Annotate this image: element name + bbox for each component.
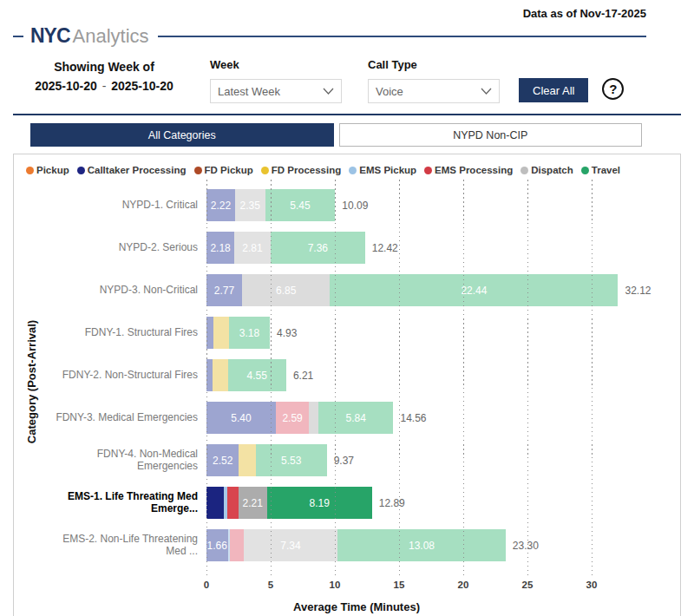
legend-item[interactable]: EMS Pickup [349,165,416,175]
chart-row: FDNY-1. Structural Fires3.184.93 [42,311,671,354]
category-label: FDNY-2. Non-Structural Fires [42,370,206,382]
legend-color-dot [349,167,357,174]
legend-label: FD Pickup [205,165,253,175]
bar-segment[interactable]: 5.40 [206,402,276,434]
analytics-logo-text: Analytics [73,27,149,46]
bar-segment[interactable] [227,487,239,519]
category-label: NYPD-3. Non-Critical [42,285,206,297]
bar-track: 2.222.355.4510.09 [206,189,671,221]
filter-bar: Showing Week of 2025-10-20 - 2025-10-20 … [26,58,668,103]
help-icon[interactable]: ? [602,78,624,100]
bar-track: 1.667.3413.0823.30 [206,529,671,561]
chevron-down-icon [481,88,492,95]
bar-segment[interactable]: 2.21 [239,487,267,519]
call-type-filter-group: Call Type Voice [368,58,500,103]
data-as-of-badge: Data as of Nov-17-2025 [523,7,646,20]
bar-segment[interactable] [239,444,256,476]
chart-row: FDNY-4. Non-Medical Emergencies2.525.539… [42,439,671,482]
chart-row: EMS-1. Life Threating Med Emerge...2.218… [42,482,671,524]
call-type-dropdown[interactable]: Voice [368,79,500,103]
bar-segment[interactable] [206,359,213,391]
category-label: FDNY-3. Medical Emergencies [42,412,206,424]
legend-color-dot [581,167,589,174]
legend-item[interactable]: Pickup [26,165,69,175]
legend-label: EMS Pickup [359,165,416,175]
week-filter-label: Week [210,58,342,71]
bar-total-label: 4.93 [277,327,297,339]
legend-label: FD Processing [272,165,342,175]
legend-label: Calltaker Processing [88,165,187,175]
y-axis-title-wrap: Category (Post-Arrival) [21,184,42,613]
bar-total-label: 9.37 [334,455,354,467]
bar-segment[interactable]: 5.53 [256,444,327,476]
logo-left-dash [13,36,23,37]
bar-segment[interactable]: 3.18 [229,317,270,349]
tab-all-categories[interactable]: All Categories [30,123,334,147]
legend-item[interactable]: Travel [581,165,620,175]
bar-segment[interactable]: 2.59 [276,402,309,434]
bar-segment[interactable]: 2.22 [206,189,235,221]
bar-segment[interactable]: 13.08 [337,529,506,561]
bar-segment[interactable]: 6.85 [242,274,330,306]
bar-segment[interactable]: 2.81 [234,232,271,264]
call-type-filter-label: Call Type [368,58,500,71]
week-dropdown-value: Latest Week [218,85,280,98]
bar-segment[interactable]: 7.34 [244,529,338,561]
chart-row: FDNY-3. Medical Emergencies5.402.595.841… [42,396,671,439]
bar-segment[interactable] [206,487,224,519]
x-axis-title: Average Time (Minutes) [42,600,671,613]
category-label: FDNY-4. Non-Medical Emergencies [42,449,206,473]
category-label: EMS-1. Life Threating Med Emerge... [42,491,206,515]
tab-nypd-non-cip[interactable]: NYPD Non-CIP [339,123,643,147]
bar-segment[interactable] [213,359,227,391]
x-axis-tick-label: 15 [394,580,405,590]
bar-segment[interactable]: 2.52 [206,444,239,476]
week-end-date: 2025-10-20 [111,79,174,93]
legend-label: EMS Processing [435,165,513,175]
bar-segment[interactable]: 2.35 [235,189,265,221]
bar-segment[interactable]: 7.36 [271,232,365,264]
chart-area: Category (Post-Arrival) NYPD-1. Critical… [21,184,671,613]
date-range-separator: - [101,79,108,93]
legend-item[interactable]: FD Processing [261,165,342,175]
bar-segment[interactable]: 2.77 [206,274,242,306]
bar-segment[interactable]: 2.18 [206,232,234,264]
top-bar: Data as of Nov-17-2025 NYC Analytics [0,0,694,46]
clear-all-button[interactable]: Clear All [519,78,588,102]
y-axis-title: Category (Post-Arrival) [25,320,38,443]
x-axis-tick-label: 25 [522,580,534,590]
bar-segment[interactable]: 4.55 [228,359,286,391]
bar-segment[interactable] [309,402,318,434]
chart-row: NYPD-1. Critical2.222.355.4510.09 [42,184,671,226]
legend-color-dot [424,167,432,174]
legend-item[interactable]: FD Pickup [194,165,253,175]
legend-item[interactable]: Calltaker Processing [77,165,187,175]
legend-color-dot [26,167,34,174]
bar-track: 5.402.595.8414.56 [206,402,671,434]
legend-item[interactable]: Dispatch [520,165,573,175]
bar-total-label: 6.21 [293,370,313,382]
x-axis-tick-label: 30 [586,580,598,590]
filter-separator-line [13,114,681,115]
bar-track: 2.776.8522.4432.12 [206,274,671,306]
x-axis: 051015202530 [42,580,671,599]
bar-segment[interactable]: 1.66 [206,529,228,561]
bar-segment[interactable]: 8.19 [267,487,372,519]
showing-week-of-title: Showing Week of [26,60,182,74]
x-axis-tick-label: 5 [268,580,273,590]
week-start-date: 2025-10-20 [35,79,97,93]
bar-segment[interactable] [213,317,229,349]
header-rule [158,36,646,37]
logo-row: NYC Analytics [13,26,646,46]
bar-segment[interactable]: 22.44 [330,274,618,306]
chart-legend: PickupCalltaker ProcessingFD PickupFD Pr… [21,165,671,175]
legend-item[interactable]: EMS Processing [424,165,513,175]
week-date-range: 2025-10-20 - 2025-10-20 [26,79,182,93]
bar-segment[interactable]: 5.84 [318,402,393,434]
bar-segment[interactable] [206,317,213,349]
chart-row: FDNY-2. Non-Structural Fires4.556.21 [42,354,671,396]
x-axis-tick-label: 0 [204,580,209,590]
bar-segment[interactable]: 5.45 [265,189,336,221]
bar-segment[interactable] [230,529,244,561]
week-dropdown[interactable]: Latest Week [210,79,342,103]
